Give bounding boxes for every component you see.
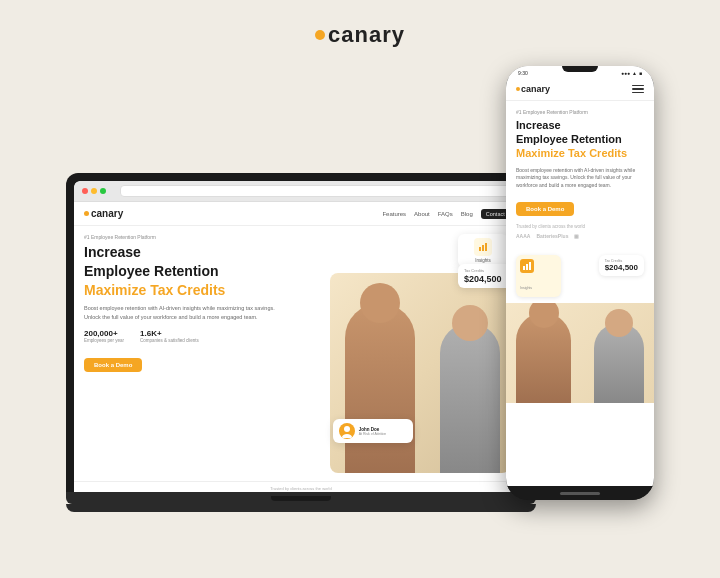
phone-time: 9:30 <box>518 70 528 76</box>
phone-insights-card: Insights <box>516 255 561 297</box>
svg-point-4 <box>342 434 352 438</box>
laptop-notch <box>271 496 331 501</box>
browser-content: canary Features About FAQs Blog Contact … <box>74 202 528 492</box>
phone-person-2 <box>594 323 644 403</box>
svg-point-3 <box>344 426 350 432</box>
laptop-base <box>66 492 536 504</box>
brand-logo: canary <box>315 22 405 48</box>
person-card: John Doe At Risk of Attrition <box>333 419 413 443</box>
phone-insights-icon <box>520 259 534 273</box>
site-logo-dot <box>84 211 89 216</box>
phone-badge: #1 Employee Retention Platform <box>516 109 644 115</box>
top-logo-area: canary <box>315 22 405 48</box>
svg-rect-0 <box>479 247 481 251</box>
phone-bottom-bar <box>506 486 654 500</box>
hero-headline-2: Employee Retention <box>84 263 315 280</box>
stat-companies-label: Companies & satisfied clients <box>140 338 199 343</box>
svg-rect-7 <box>529 262 531 270</box>
phone-screen: 9:30 ●●● ▲ ■ canary <box>506 66 654 486</box>
svg-rect-2 <box>485 243 487 251</box>
laptop-browser: canary Features About FAQs Blog Contact … <box>74 181 528 492</box>
book-demo-button[interactable]: Book a Demo <box>84 358 142 372</box>
phone-headline-1: Increase <box>516 119 644 132</box>
battery-icon: ■ <box>639 70 642 76</box>
laptop-screen-frame: canary Features About FAQs Blog Contact … <box>74 181 528 492</box>
phone-logo-batteries: BatteriesPlus <box>536 233 568 239</box>
phone-headline-2: Employee Retention <box>516 133 644 146</box>
nav-faqs[interactable]: FAQs <box>438 211 453 217</box>
tax-credits-label: Tax Credits <box>464 268 512 273</box>
devices-container: canary Features About FAQs Blog Contact … <box>20 66 700 512</box>
phone-tax-card: Tax Credits $204,500 <box>599 255 644 276</box>
hamburger-menu[interactable] <box>632 85 644 94</box>
url-bar[interactable] <box>120 185 512 197</box>
phone-trusted-logos: AAAA BatteriesPlus ▦ <box>516 233 644 239</box>
wifi-icon: ▲ <box>632 70 637 76</box>
phone-logo-dot <box>516 87 520 91</box>
svg-rect-1 <box>482 245 484 251</box>
person-role: At Risk of Attrition <box>359 432 387 436</box>
phone-people-area <box>506 303 654 403</box>
ham-line-3 <box>632 92 644 94</box>
people-background <box>330 273 510 473</box>
svg-rect-6 <box>526 264 528 270</box>
hero-badge: #1 Employee Retention Platform <box>84 234 315 240</box>
insights-card: Insights <box>458 234 508 267</box>
logo-dot <box>315 30 325 40</box>
hero-right: Insights <box>323 234 518 473</box>
traffic-lights <box>82 188 106 194</box>
site-logo: canary <box>84 208 123 219</box>
hero-left: #1 Employee Retention Platform Increase … <box>84 234 323 473</box>
home-indicator <box>560 492 600 495</box>
stat-employees: 200,000+ Employees per year <box>84 329 124 343</box>
person-info: John Doe At Risk of Attrition <box>359 427 387 436</box>
stat-companies-value: 1.6K+ <box>140 329 199 338</box>
ham-line-2 <box>632 88 644 90</box>
phone-hero: #1 Employee Retention Platform Increase … <box>506 101 654 255</box>
trusted-section: Trusted by clients across the world BBS1… <box>74 481 528 492</box>
person-avatar <box>339 423 355 439</box>
stat-employees-label: Employees per year <box>84 338 124 343</box>
stat-companies: 1.6K+ Companies & satisfied clients <box>140 329 199 343</box>
phone-logo-aaaa: AAAA <box>516 233 530 239</box>
phone-image-area: Insights Tax Credits $204,500 <box>506 255 654 297</box>
svg-rect-5 <box>523 266 525 270</box>
insights-icon <box>474 238 492 256</box>
hero-description: Boost employee retention with AI-driven … <box>84 304 284 321</box>
browser-bar <box>74 181 528 202</box>
ham-line-1 <box>632 85 644 87</box>
close-button[interactable] <box>82 188 88 194</box>
stat-employees-value: 200,000+ <box>84 329 124 338</box>
hero-people-image <box>330 273 510 473</box>
phone-book-demo-button[interactable]: Book a Demo <box>516 202 574 216</box>
phone-tax-amount: $204,500 <box>605 263 638 272</box>
phone-notch <box>562 66 598 72</box>
nav-blog[interactable]: Blog <box>461 211 473 217</box>
phone-person-1 <box>516 313 571 403</box>
phone-body: 9:30 ●●● ▲ ■ canary <box>506 66 654 500</box>
minimize-button[interactable] <box>91 188 97 194</box>
phone-insights-label: Insights <box>520 286 532 290</box>
phone-indicators: ●●● ▲ ■ <box>621 70 642 76</box>
hero-stats: 200,000+ Employees per year 1.6K+ Compan… <box>84 329 315 343</box>
phone-trusted-label: Trusted by clients across the world <box>516 224 644 229</box>
nav-features[interactable]: Features <box>382 211 406 217</box>
laptop-device: canary Features About FAQs Blog Contact … <box>66 173 536 512</box>
phone-logo-extra: ▦ <box>574 233 579 239</box>
phone-logo: canary <box>516 84 550 94</box>
hero-headline-orange: Maximize Tax Credits <box>84 282 315 299</box>
laptop-body: canary Features About FAQs Blog Contact … <box>66 173 536 492</box>
phone-nav: canary <box>506 78 654 101</box>
nav-about[interactable]: About <box>414 211 430 217</box>
hero-headline-1: Increase <box>84 244 315 261</box>
signal-icon: ●●● <box>621 70 630 76</box>
trusted-label: Trusted by clients across the world <box>84 486 518 491</box>
maximize-button[interactable] <box>100 188 106 194</box>
phone-headline-orange: Maximize Tax Credits <box>516 147 644 160</box>
site-hero: #1 Employee Retention Platform Increase … <box>74 226 528 481</box>
person-silhouette-2 <box>440 323 500 473</box>
nav-links: Features About FAQs Blog Contact Us <box>382 209 518 219</box>
phone-device: 9:30 ●●● ▲ ■ canary <box>506 66 654 500</box>
phone-description: Boost employee retention with AI-driven … <box>516 167 644 190</box>
tax-credits-amount: $204,500 <box>464 274 512 284</box>
